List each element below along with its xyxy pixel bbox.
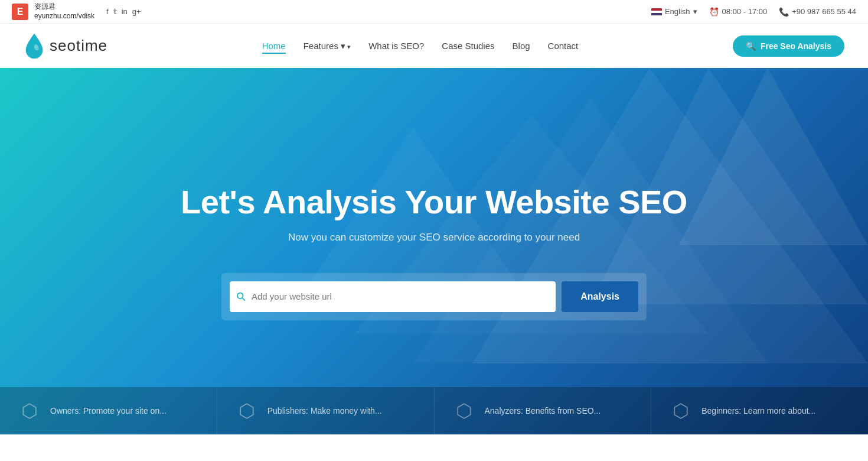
- card-beginners: ⬡ Beginners: Learn more about...: [651, 387, 868, 434]
- card-analyzers: ⬡ Analyzers: Benefits from SEO...: [435, 387, 652, 434]
- beginners-icon: ⬡: [669, 399, 693, 423]
- googleplus-icon[interactable]: g+: [132, 7, 141, 16]
- logo-drop-icon: [24, 33, 45, 59]
- language-label: English: [665, 7, 690, 16]
- analyzers-icon: ⬡: [452, 399, 476, 423]
- link-icon: ⚲: [233, 288, 250, 305]
- card-beginners-label: Beginners: Learn more about...: [701, 406, 815, 415]
- website-url-input[interactable]: [252, 281, 549, 312]
- hero-title: Let's Analysis Your Website SEO: [12, 183, 856, 221]
- cards-row: ⬡ Owners: Promote your site on... ⬡ Publ…: [0, 387, 868, 434]
- flag-icon: [651, 8, 662, 15]
- nav-home[interactable]: Home: [262, 41, 286, 51]
- owners-icon: ⬡: [18, 399, 41, 423]
- analysis-button[interactable]: Analysis: [562, 281, 638, 312]
- topbar-left: E 资源君 eyunzhu.com/vdisk f 𝕥 in g+: [12, 2, 141, 21]
- nav-blog[interactable]: Blog: [513, 41, 530, 51]
- phone-number: +90 987 665 55 44: [792, 7, 856, 16]
- topbar-right: English ▾ ⏰ 08:00 - 17:00 📞 +90 987 665 …: [651, 7, 856, 17]
- card-publishers-label: Publishers: Make money with...: [267, 406, 382, 415]
- linkedin-icon[interactable]: in: [122, 7, 128, 16]
- hero-search-box: ⚲ Analysis: [221, 273, 647, 320]
- hero-section: Let's Analysis Your Website SEO Now you …: [0, 68, 868, 434]
- time-info: ⏰ 08:00 - 17:00: [709, 7, 768, 17]
- language-arrow: ▾: [693, 7, 697, 16]
- hero-search-inner: ⚲: [230, 281, 556, 312]
- facebook-icon[interactable]: f: [106, 7, 109, 16]
- search-icon: 🔍: [746, 41, 756, 51]
- logo[interactable]: seotime: [24, 33, 107, 59]
- hero-content: Let's Analysis Your Website SEO Now you …: [0, 183, 868, 320]
- phone-info: 📞 +90 987 665 55 44: [779, 7, 856, 17]
- twitter-icon[interactable]: 𝕥: [113, 7, 117, 16]
- navbar: seotime Home Features ▾ What is SEO? Cas…: [0, 24, 868, 68]
- nav-links: Home Features ▾ What is SEO? Case Studie…: [262, 41, 579, 51]
- card-analyzers-label: Analyzers: Benefits from SEO...: [485, 406, 601, 415]
- card-owners-label: Owners: Promote your site on...: [50, 406, 167, 415]
- card-owners: ⬡ Owners: Promote your site on...: [0, 387, 217, 434]
- watermark-text: 资源君 eyunzhu.com/vdisk: [34, 2, 94, 21]
- phone-icon: 📞: [779, 7, 789, 17]
- free-seo-analysis-button[interactable]: 🔍 Free Seo Analysis: [733, 35, 844, 57]
- publishers-icon: ⬡: [235, 399, 259, 423]
- nav-what-is-seo[interactable]: What is SEO?: [368, 41, 424, 51]
- social-icons: f 𝕥 in g+: [106, 7, 141, 16]
- topbar: E 资源君 eyunzhu.com/vdisk f 𝕥 in g+ Englis…: [0, 0, 868, 24]
- hero-subtitle: Now you can customize your SEO service a…: [12, 232, 856, 244]
- nav-contact[interactable]: Contact: [548, 41, 579, 51]
- nav-case-studies[interactable]: Case Studies: [442, 41, 494, 51]
- clock-icon: ⏰: [709, 7, 719, 17]
- business-hours: 08:00 - 17:00: [722, 7, 768, 16]
- logo-text: seotime: [50, 37, 107, 55]
- card-publishers: ⬡ Publishers: Make money with...: [217, 387, 435, 434]
- watermark-badge: E: [12, 4, 28, 20]
- language-selector[interactable]: English ▾: [651, 7, 697, 16]
- nav-features[interactable]: Features ▾: [304, 41, 351, 51]
